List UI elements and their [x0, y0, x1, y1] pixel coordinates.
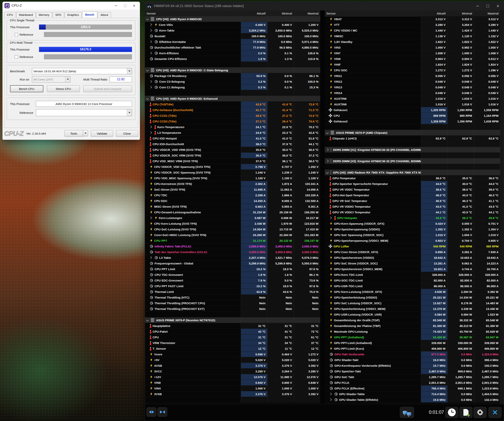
- sensor-row[interactable]: T_Sensor12 °C11 °C12 °C: [145, 346, 320, 351]
- sensor-row[interactable]: AUXTIN61.016 V1.016 V1.016 V: [325, 96, 500, 101]
- sensor-row[interactable]: GPU-Kernfrequenz Vorderseite (Effektiv)1…: [325, 363, 500, 368]
- sensor-row[interactable]: CPU-Paket42 °C41 °C72 °C: [145, 329, 320, 334]
- sensor-row[interactable]: CPU EDC-Grenzwert7.9 %5.0 %73.6 %: [145, 278, 320, 283]
- sensor-row[interactable]: GPU Speicher-Takt2,487.0 MHz909.0 MHz2,4…: [325, 368, 500, 374]
- sensor-row[interactable]: Thermal Limit43.9 %43.6 %75.0 %: [145, 289, 320, 295]
- sensor-row[interactable]: Package C6 Residency50.9 %0.0 %66.1 %: [145, 73, 320, 79]
- expander-chevron-icon[interactable]: [149, 126, 152, 128]
- minimize-button[interactable]: [112, 2, 121, 9]
- sensor-row[interactable]: CPU VDDCR_SOC Spannung (SVI3 TFN)1.240 V…: [145, 170, 320, 175]
- sensor-row[interactable]: GPU SoC Strom (VDDCR_SOC)13.281 A9.062 A…: [325, 261, 500, 266]
- minimize-button[interactable]: [472, 2, 483, 10]
- sensor-row[interactable]: CPU VDD_MISC Spannung (SVI3 TFN)1.100 V1…: [145, 175, 320, 181]
- sensor-row[interactable]: GPU Core Strom (VDDCR_GFX)6.890 A3.282 A…: [325, 249, 500, 255]
- sensor-row[interactable]: +5V5.020 V5.020 V5.020 V: [145, 357, 320, 363]
- column-header[interactable]: Sensor Aktuell Minimal Maximal: [325, 10, 500, 17]
- sensor-row[interactable]: GPU Kern-Leistung (VDDCR_GFX)4.836 W2.29…: [325, 289, 500, 295]
- sensor-row[interactable]: Bustakt100.0 MHz100.0 MHz100.0 MHz: [145, 33, 320, 39]
- collapse-columns-button[interactable]: [157, 407, 167, 417]
- sensor-group-header[interactable]: GPU [#0]: AMD Radeon RX 7900 XTX: Sapphi…: [325, 170, 500, 175]
- expander-chevron-icon[interactable]: [326, 160, 329, 162]
- sensor-row[interactable]: Kern-Leistungen0.087 W0.006 W10.217 W: [145, 215, 320, 221]
- sensor-row[interactable]: Kern-Takte3,204.2 MHz2,650.0 MHz5,525.0 …: [145, 28, 320, 33]
- sensor-row[interactable]: GPU PPT (Anhaltend)63.429 W38.587 W63.84…: [325, 334, 500, 340]
- stress-cpu-button[interactable]: Stress CPU: [47, 85, 80, 92]
- sensor-row[interactable]: Kern-Temperaturen24.1 °C22.9 °C70.2 °C: [145, 124, 320, 130]
- sensor-row[interactable]: GPU SoC Takt1,285.7 MHz1,285.7 MHz1,285.…: [325, 374, 500, 380]
- expander-chevron-icon[interactable]: [149, 29, 152, 32]
- sensor-row[interactable]: VIN80.840 V0.800 V0.848 V: [145, 380, 320, 386]
- sensor-row[interactable]: Frequenzgrenzwert - Global5,299.9 MHz5,2…: [145, 261, 320, 266]
- sensor-row[interactable]: Hauptplatine31 °C31 °C31 °C: [145, 323, 320, 329]
- sensor-row[interactable]: Maximale GPU-Leistung74.423 W43.794 W82.…: [325, 329, 500, 334]
- sensor-row[interactable]: Core+SoC+MISC Leistung (SVI3 TFN)24.268 …: [145, 232, 320, 238]
- sensor-row[interactable]: Durchschnittlicher effektiver Takt77.9 M…: [145, 45, 320, 50]
- sensor-row[interactable]: VBAT3.312 V3.312 V3.312 V: [325, 16, 500, 22]
- sensor-row[interactable]: Effektive Kerntakte77.9 MHz0.0 MHz5,571.…: [145, 39, 320, 45]
- sensor-row[interactable]: GPU VR VDDCI Temperatur44.1 °C43.5 °C44.…: [325, 210, 500, 215]
- sensor-row[interactable]: Gehäuse21,358 RPM1,356 RPM1,638 RPM: [325, 118, 500, 124]
- column-header[interactable]: Sensor Aktuell Minimal Maximal: [145, 10, 320, 17]
- expander-chevron-icon[interactable]: [149, 23, 152, 26]
- sensor-row[interactable]: GPU-Speicherspannung (VDDCI_MEM)0.803 V0…: [325, 238, 500, 244]
- sensor-row[interactable]: CPU EDC14.250 A9.000 A132.500 A: [145, 198, 320, 204]
- close-icon[interactable]: ×: [130, 2, 139, 9]
- sensor-row[interactable]: GPU Shader-Takt16.0 MHz0.0 MHz396.4 MHz: [325, 357, 500, 363]
- sensor-row[interactable]: 3VCC3.280 V3.264 V3.280 V: [145, 368, 320, 374]
- sensor-row[interactable]: Infinity Fabric Takt (FCLK)2,000.0 MHz2,…: [145, 244, 320, 249]
- chevron-down-icon[interactable]: [127, 68, 132, 74]
- sensor-row[interactable]: VIN90.904 V0.904 V0.912 V: [325, 56, 500, 62]
- sensor-row[interactable]: SoC-Strom (SVI3 TFN)11.698 A11.062 A14.0…: [145, 187, 320, 192]
- sensor-row[interactable]: VIN41.000 V1.000 V1.000 V: [145, 386, 320, 391]
- sensor-row[interactable]: Takt des Speicher-Controllers (UCLK)3,00…: [145, 249, 320, 255]
- tab-bench[interactable]: Bench: [82, 11, 97, 18]
- sensor-group-header[interactable]: CPU [#0]: AMD Ryzen 9 9900X3D: Enhanced: [145, 96, 320, 101]
- sensor-row[interactable]: AUXTIN91.016 V1.016 V1.016 V: [325, 101, 500, 107]
- sensor-row[interactable]: GPU VR SoC Temperatur40.9 °C40.3 °C41.1 …: [325, 198, 500, 204]
- reset-clock-button[interactable]: [445, 407, 458, 418]
- sensor-row[interactable]: AVSB3.376 V3.376 V3.392 V: [145, 363, 320, 368]
- sensor-row[interactable]: Kern-Effizienz2.0 %0.1 %126.6 %: [145, 50, 320, 56]
- sensor-row[interactable]: VIN71.008 V1.000 V1.008 V: [325, 50, 500, 56]
- sensor-row[interactable]: GPU VR VDDC Temperatur38.6 °C38.0 °C39.0…: [325, 187, 500, 192]
- expander-chevron-icon[interactable]: [329, 393, 332, 395]
- sensor-row[interactable]: GPU-Kern-Spannung (VDDCR_GFX)0.424 V0.05…: [325, 221, 500, 227]
- sensor-row[interactable]: GPU PPT-Limit (Kurz)406.800 W406.800 W40…: [325, 346, 500, 351]
- maximize-button[interactable]: [483, 2, 493, 10]
- cpuz-titlebar[interactable]: CPU-Z ×: [3, 2, 140, 10]
- validate-button[interactable]: Validate: [91, 130, 113, 137]
- sensor-row[interactable]: GPU-Speicherspannung (VDDIO)1.352 V1.352…: [325, 227, 500, 232]
- sensor-row[interactable]: Gehäuse11,305 RPM1,290 RPM1,558 RPM: [325, 107, 500, 113]
- sensor-row[interactable]: CPU PPT Limit19.2 %18.0 %97.6 %: [145, 266, 320, 272]
- sensor-row[interactable]: CPU-SoC-Leistung (SVI3 TFN)14.504 W13.71…: [145, 227, 320, 232]
- sensor-group-header[interactable]: DDR5 DIMM [#3]: Kingston KF560C30-32 (P0…: [325, 158, 500, 164]
- sensor-row[interactable]: VIN120.048 V0.048 V0.048 V: [325, 79, 500, 84]
- sensor-row[interactable]: CPU VDD_MISC VRM (SVI3 TFN)37.0 °C36.1 °…: [145, 158, 320, 164]
- sensor-group-header[interactable]: CPU [#0]: AMD Ryzen 9 9900X3D: [145, 16, 320, 22]
- sensor-row[interactable]: GPU USR-Leistung (VDDCR_USR)0.584 W0.584…: [325, 312, 500, 317]
- sensor-row[interactable]: VMISC1.136 V1.120 V1.152 V: [325, 33, 500, 39]
- tab-about[interactable]: About: [98, 12, 111, 18]
- reference-checkbox[interactable]: [15, 33, 18, 36]
- sensor-row[interactable]: VIN110.056 V0.056 V0.056 V: [325, 73, 500, 79]
- tab-spd[interactable]: SPD: [53, 12, 64, 18]
- sensor-row[interactable]: CPU IOD Hotspot41.0 °C41.0 °C51.8 °C: [145, 135, 320, 141]
- sensor-row[interactable]: L3-Temperaturen24.9 °C23.3 °C42.8 °C: [145, 130, 320, 135]
- sensor-row[interactable]: GPU PPT-Limit (Anhaltend)339.000 W339.00…: [325, 340, 500, 346]
- close-button[interactable]: Close: [116, 130, 138, 137]
- sensor-row[interactable]: CPU31 °C31 °C61 °C: [145, 334, 320, 340]
- scrollbar[interactable]: [500, 10, 504, 404]
- sensor-row[interactable]: VIN31.000 V0.992 V1.000 V: [325, 45, 500, 50]
- sensor-row[interactable]: GPU Shader-Takte (Effektiv)15.6 MHz0.0 M…: [325, 397, 500, 403]
- expander-chevron-icon[interactable]: [149, 40, 152, 43]
- sensor-row[interactable]: CPU899 RPM885 RPM1,164 RPM: [325, 113, 500, 118]
- reference-checkbox[interactable]: [15, 55, 18, 58]
- sensor-row[interactable]: GPU Lüfter540 RPM540 RPM565 RPM: [325, 244, 500, 249]
- tab-memory[interactable]: Memory: [36, 12, 52, 18]
- sensor-group-header[interactable]: CPU [#0]: AMD Ryzen 9 9900X3D: C-State B…: [145, 67, 320, 73]
- sensor-row[interactable]: Thermal Throttling (PROCHOT CPU)NeinNein…: [145, 300, 320, 306]
- sensor-row[interactable]: GPU-Speicher Sperrschicht-Temperatur44.0…: [325, 181, 500, 187]
- sensor-group-header[interactable]: DDR5 DIMM [#1]: Kingston KF560C30-32 (P0…: [325, 147, 500, 153]
- sensor-row[interactable]: GPU-SOC-TDC-Limit82.000 A82.000 A82.000 …: [325, 278, 500, 283]
- sensor-row[interactable]: GPU Hotspots43.6 °C38.3 °C45.8 °C: [325, 215, 500, 221]
